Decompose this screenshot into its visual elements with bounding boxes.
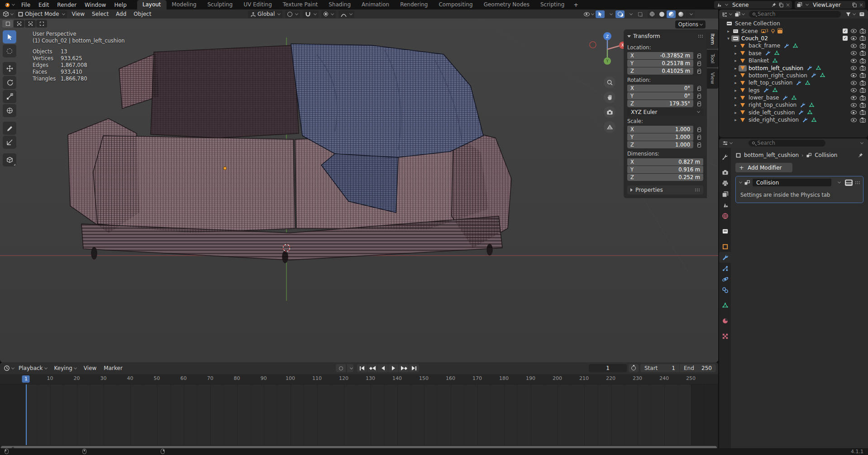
hide-in-viewport-toggle[interactable] <box>851 118 857 122</box>
expand-arrow-icon[interactable] <box>733 66 739 71</box>
dimension-field[interactable]: Z 0.252 m <box>627 174 703 181</box>
expand-arrow-icon[interactable] <box>733 51 739 56</box>
outliner-row[interactable]: Scene Collection <box>719 20 868 27</box>
tab-tool[interactable] <box>719 152 731 162</box>
shading-wireframe-button[interactable] <box>648 10 657 18</box>
tool-add-cube[interactable] <box>3 153 16 166</box>
location-field[interactable]: X -0.37852 m <box>627 52 693 59</box>
expand-arrow-icon[interactable] <box>733 88 739 93</box>
outliner-row[interactable]: bottom_left_cushion <box>719 64 868 71</box>
disable-in-render-toggle[interactable] <box>860 111 866 115</box>
new-viewlayer-icon[interactable] <box>852 2 857 8</box>
menubar-item[interactable]: Render <box>53 2 81 8</box>
hide-in-viewport-toggle[interactable] <box>851 51 857 55</box>
tool-rotate[interactable] <box>3 76 16 89</box>
timeline-ruler[interactable]: 1020304050607080901001101201301401501601… <box>0 374 718 384</box>
disable-in-render-toggle[interactable] <box>860 37 866 41</box>
outliner-filter-button[interactable] <box>844 10 856 18</box>
blender-menu-button[interactable] <box>0 1 17 8</box>
lock-button[interactable] <box>695 69 703 74</box>
dimension-field[interactable]: X 0.827 m <box>627 158 703 166</box>
tab-object[interactable] <box>719 241 731 252</box>
outliner-item-label[interactable]: back_frame <box>749 43 780 49</box>
menubar-item[interactable]: Help <box>110 2 130 8</box>
use-preview-range-button[interactable] <box>629 364 639 372</box>
tab-scene[interactable] <box>719 199 731 210</box>
orientation-selector[interactable]: Global <box>248 10 282 18</box>
frame-start-field[interactable]: Start 1 <box>640 364 679 372</box>
outliner-item-label[interactable]: side_right_cushion <box>749 117 799 123</box>
mode-selector[interactable]: Object Mode <box>15 10 67 18</box>
sidebar-tab[interactable]: Item <box>707 29 718 49</box>
current-frame-field[interactable]: 1 <box>589 364 627 372</box>
outliner-row[interactable]: Scene 3 ✓ <box>719 27 868 34</box>
properties-subpanel-header[interactable]: Properties <box>627 185 703 194</box>
outliner-row[interactable]: bottom_right_cushion <box>719 72 868 79</box>
outliner-row[interactable]: side_right_cushion <box>719 116 868 123</box>
tab-viewlayer[interactable] <box>719 189 731 199</box>
timeline-menu-item[interactable]: View <box>80 365 100 371</box>
expand-arrow-icon[interactable] <box>733 43 739 48</box>
expand-arrow-icon[interactable] <box>725 29 731 33</box>
tab-texture[interactable] <box>719 331 731 341</box>
lock-button[interactable] <box>695 142 703 147</box>
properties-options-dropdown[interactable] <box>857 139 866 147</box>
outliner-item-label[interactable]: side_left_cushion <box>749 109 795 116</box>
workspace-tab[interactable]: Compositing <box>433 0 478 9</box>
outliner-row[interactable]: Couch_02 ✓ <box>719 35 868 42</box>
auto-keying-button[interactable] <box>336 364 346 372</box>
lock-button[interactable] <box>695 53 703 58</box>
rotation-field[interactable]: Z 179.35° <box>627 100 693 107</box>
tool-annotate[interactable] <box>3 122 16 135</box>
outliner-item-label[interactable]: bottom_right_cushion <box>749 72 807 79</box>
workspace-tab[interactable]: Shading <box>323 0 356 9</box>
expand-arrow-icon[interactable] <box>733 110 739 115</box>
hide-in-viewport-toggle[interactable] <box>851 96 857 100</box>
exclude-checkbox[interactable]: ✓ <box>843 28 848 33</box>
disable-in-render-toggle[interactable] <box>860 118 866 123</box>
tab-collection[interactable] <box>719 226 731 237</box>
gizmo-x-neg-axis[interactable] <box>590 42 596 48</box>
hide-in-viewport-toggle[interactable] <box>851 81 857 85</box>
breadcrumb-object[interactable]: bottom_left_cushion <box>744 152 799 158</box>
overlays-toggle[interactable] <box>615 10 625 18</box>
shading-dropdown[interactable] <box>686 10 695 18</box>
expand-arrow-icon[interactable] <box>733 95 739 100</box>
disable-in-render-toggle[interactable] <box>860 59 866 63</box>
outliner-row[interactable]: Blanket <box>719 57 868 64</box>
outliner-display-mode-button[interactable] <box>734 10 745 18</box>
overlays-dropdown[interactable] <box>625 10 634 18</box>
tool-select-box[interactable] <box>3 30 16 43</box>
outliner-item-label[interactable]: right_top_cushion <box>749 102 796 108</box>
editor-type-button[interactable] <box>2 10 14 18</box>
gizmos-dropdown[interactable] <box>606 10 615 18</box>
outliner-row[interactable]: back_frame <box>719 42 868 49</box>
tool-cursor[interactable] <box>3 44 16 57</box>
breadcrumb-modifier[interactable]: Collision <box>815 152 837 158</box>
options-button[interactable]: Options <box>675 20 706 28</box>
outliner-item-label[interactable]: Couch_02 <box>741 35 768 42</box>
new-scene-icon[interactable] <box>778 2 784 8</box>
outliner-item-label[interactable]: lower_base <box>749 95 779 101</box>
location-field[interactable]: Y 0.25178 m <box>627 60 693 67</box>
play-reverse-button[interactable] <box>378 364 388 372</box>
outliner-row[interactable]: legs <box>719 87 868 94</box>
menubar-item[interactable]: File <box>17 2 34 8</box>
disable-in-render-toggle[interactable] <box>860 89 866 93</box>
scale-field[interactable]: X 1.000 <box>627 126 693 133</box>
hide-in-viewport-toggle[interactable] <box>851 110 857 114</box>
hide-in-viewport-toggle[interactable] <box>851 29 857 33</box>
expand-arrow-icon[interactable] <box>733 103 739 107</box>
snap-controls[interactable] <box>303 10 319 18</box>
tab-physics[interactable] <box>719 274 731 284</box>
outliner-search-input[interactable] <box>758 11 837 17</box>
hide-in-viewport-toggle[interactable] <box>851 36 857 40</box>
pin-icon[interactable] <box>858 152 863 158</box>
workspace-tab[interactable]: Rendering <box>395 0 433 9</box>
tab-render[interactable] <box>719 167 731 178</box>
add-workspace-button[interactable]: + <box>570 1 582 8</box>
hide-in-viewport-toggle[interactable] <box>851 103 857 107</box>
sidebar-tab[interactable]: View <box>707 68 718 88</box>
shading-material-button[interactable] <box>667 10 676 18</box>
disable-in-render-toggle[interactable] <box>860 74 866 78</box>
